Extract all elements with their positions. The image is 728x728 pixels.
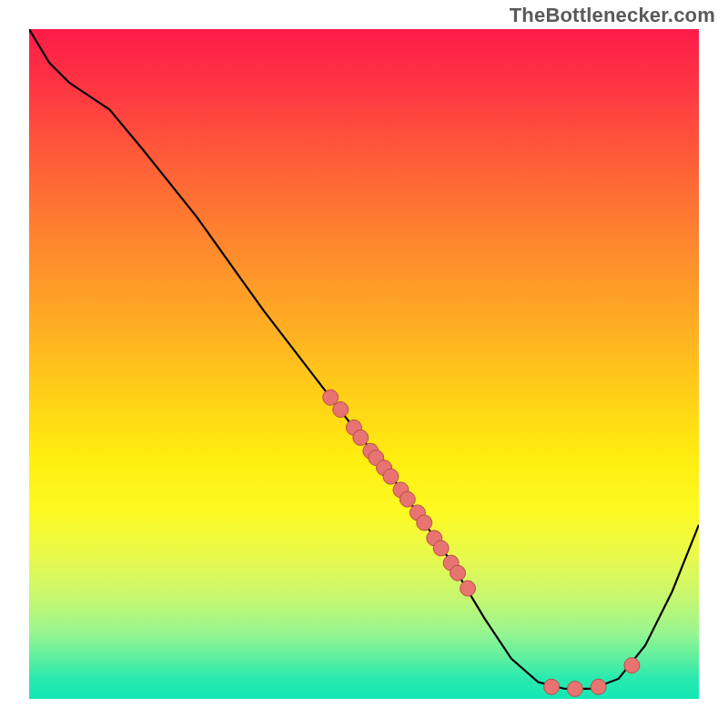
scatter-point bbox=[333, 402, 349, 418]
scatter-point bbox=[450, 565, 466, 581]
scatter-point bbox=[460, 581, 476, 596]
scatter-point bbox=[624, 658, 640, 673]
scatter-point bbox=[399, 491, 415, 507]
chart-svg-layer bbox=[29, 29, 699, 699]
attribution-watermark: TheBottlenecker.com bbox=[510, 4, 715, 27]
scatter-point bbox=[417, 515, 432, 531]
bottleneck-curve bbox=[29, 29, 699, 689]
chart-plot-area bbox=[29, 29, 699, 699]
scatter-point bbox=[544, 679, 560, 694]
scatter-point bbox=[567, 681, 582, 696]
scatter-point bbox=[383, 469, 399, 484]
scatter-point bbox=[433, 541, 449, 556]
scatter-point bbox=[353, 430, 369, 445]
scatter-points-group bbox=[323, 389, 640, 696]
scatter-point bbox=[591, 679, 606, 694]
